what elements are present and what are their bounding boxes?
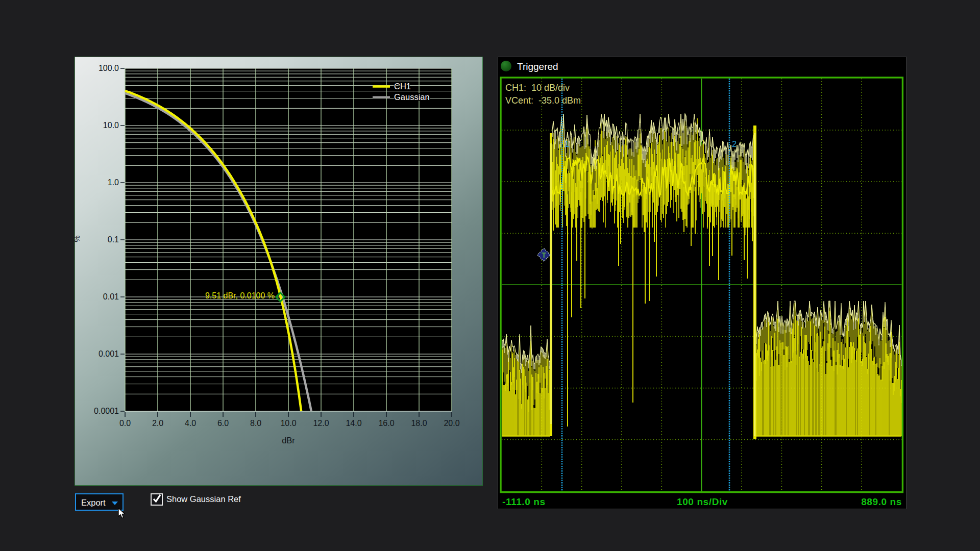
svg-text:10.0: 10.0 — [103, 121, 119, 130]
svg-text:0.0001: 0.0001 — [94, 407, 119, 415]
svg-text:9.51 dBr, 0.0100 %: 9.51 dBr, 0.0100 % — [205, 291, 275, 300]
svg-text:0.1: 0.1 — [108, 235, 119, 244]
svg-text:0.001: 0.001 — [99, 349, 119, 358]
svg-text:dBr: dBr — [282, 436, 295, 445]
svg-text:8.0: 8.0 — [250, 419, 261, 428]
svg-text:12.0: 12.0 — [313, 419, 329, 428]
svg-text:100.0: 100.0 — [99, 64, 119, 72]
svg-text:Gaussian: Gaussian — [394, 92, 430, 102]
svg-text:Triggered: Triggered — [517, 61, 558, 72]
svg-text:20.0: 20.0 — [444, 419, 459, 428]
svg-text:T: T — [542, 251, 546, 259]
svg-text:%: % — [75, 235, 81, 242]
svg-text:CH1: CH1 — [394, 82, 411, 91]
svg-text:CH1: 10 dB/div: CH1: 10 dB/div — [505, 83, 570, 93]
svg-text:2.0: 2.0 — [152, 419, 163, 428]
svg-text:889.0 ns: 889.0 ns — [861, 496, 902, 507]
svg-text:14.0: 14.0 — [346, 419, 361, 428]
svg-text:2: 2 — [732, 140, 737, 148]
svg-text:100 ns/Div: 100 ns/Div — [677, 496, 728, 507]
svg-text:VCent: -35.0 dBm: VCent: -35.0 dBm — [505, 95, 581, 106]
svg-text:10.0: 10.0 — [280, 419, 296, 428]
svg-text:16.0: 16.0 — [378, 419, 394, 428]
svg-text:18.0: 18.0 — [411, 419, 427, 428]
svg-text:4.0: 4.0 — [185, 419, 196, 428]
svg-text:-111.0 ns: -111.0 ns — [502, 496, 546, 507]
svg-text:0.01: 0.01 — [103, 292, 119, 301]
svg-text:0.0: 0.0 — [119, 419, 131, 428]
svg-text:1.0: 1.0 — [108, 178, 119, 187]
svg-text:6.0: 6.0 — [217, 419, 229, 428]
svg-text:1: 1 — [565, 140, 569, 148]
